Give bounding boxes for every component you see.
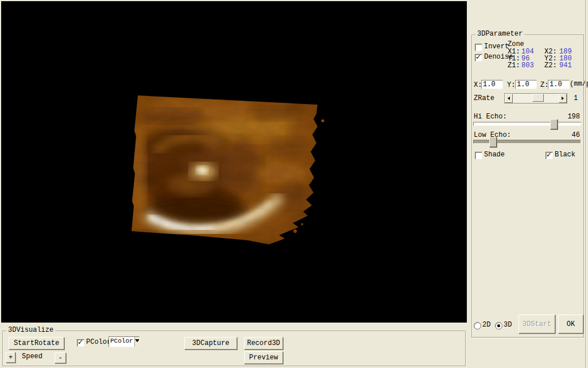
low-echo-value: 46 — [572, 132, 580, 139]
mode-3d-label: 3D — [504, 321, 512, 329]
y-scale-label: Y: — [507, 82, 515, 89]
record-3d-button[interactable]: Record3D — [244, 337, 283, 350]
pcolor-label: PColor — [86, 339, 111, 346]
speed-plus-button[interactable]: + — [6, 352, 16, 363]
window-edge-divider — [585, 0, 586, 368]
3d-parameter-group: 3DParameter Invert Denoise Zone X1: 104 … — [471, 34, 584, 338]
ok-button[interactable]: OK — [558, 315, 583, 334]
mode-3d-radio[interactable] — [495, 322, 502, 329]
pcolor-dropdown-value: PColor — [109, 337, 134, 347]
zrate-scroll-left-button[interactable] — [505, 94, 513, 103]
y-scale-input[interactable] — [515, 80, 537, 89]
x-scale-input[interactable] — [481, 80, 503, 89]
zone-z1-label: Z1: — [508, 62, 521, 69]
pcolor-dropdown-button[interactable] — [134, 337, 140, 347]
parameter-panel: 3DParameter Invert Denoise Zone X1: 104 … — [467, 0, 588, 368]
mode-2d-radio[interactable] — [474, 322, 481, 329]
zrate-label: ZRate — [474, 95, 494, 102]
hi-echo-slider-track[interactable] — [473, 122, 581, 126]
zrate-scroll-thumb[interactable] — [532, 94, 544, 102]
invert-label: Invert — [484, 43, 509, 51]
pcolor-dropdown[interactable]: PColor — [109, 336, 140, 347]
dropdown-arrow-icon — [135, 339, 140, 344]
hi-echo-label: Hi Echo: — [474, 113, 507, 121]
black-label: Black — [555, 151, 575, 159]
black-checkbox[interactable] — [546, 152, 553, 159]
speed-label: Speed — [22, 353, 42, 361]
denoise-checkbox[interactable] — [475, 54, 482, 62]
preview-button[interactable]: Preview — [244, 351, 283, 364]
shade-label: Shade — [484, 151, 505, 159]
zone-z2-label: Z2: — [544, 62, 559, 69]
zone-z2-value: 941 — [559, 62, 581, 69]
parameter-group-title: 3DParameter — [475, 30, 524, 38]
mode-2d-label: 2D — [482, 321, 490, 329]
scroll-left-icon — [506, 97, 510, 100]
hi-echo-value: 198 — [567, 113, 580, 121]
visualize-bar: 3DVisualize StartRotate PColor PColor 3D… — [0, 323, 467, 368]
app-window: 3DParameter Invert Denoise Zone X1: 104 … — [0, 0, 588, 368]
speed-minus-button[interactable]: - — [55, 352, 66, 363]
z-scale-input[interactable] — [548, 80, 570, 89]
hi-echo-slider-thumb[interactable] — [550, 119, 558, 129]
zone-values: X1: 104 X2: 189 Y1: 96 Y2: 180 Z1: 803 Z… — [508, 48, 581, 69]
scroll-right-icon — [562, 97, 566, 100]
zrate-scrollbar[interactable] — [504, 93, 567, 103]
start-rotate-button[interactable]: StartRotate — [9, 337, 64, 350]
invert-checkbox[interactable] — [475, 44, 482, 51]
3d-viewport[interactable] — [1, 1, 467, 323]
visualize-group-title: 3DVisualize — [6, 327, 55, 334]
3dstart-button[interactable]: 3DStart — [519, 315, 555, 334]
pcolor-checkbox[interactable] — [77, 339, 84, 347]
zone-z1-value: 803 — [521, 62, 544, 69]
ultrasound-3d-render — [1, 1, 467, 323]
low-echo-slider-thumb[interactable] — [489, 137, 497, 147]
3d-visualize-group: 3DVisualize StartRotate PColor PColor 3D… — [2, 331, 466, 366]
zrate-scroll-track[interactable] — [513, 94, 559, 103]
zrate-scroll-right-button[interactable] — [559, 94, 567, 103]
shade-checkbox[interactable] — [475, 152, 482, 159]
zrate-value: 1 — [574, 95, 578, 102]
3dcapture-button[interactable]: 3DCapture — [184, 337, 237, 350]
